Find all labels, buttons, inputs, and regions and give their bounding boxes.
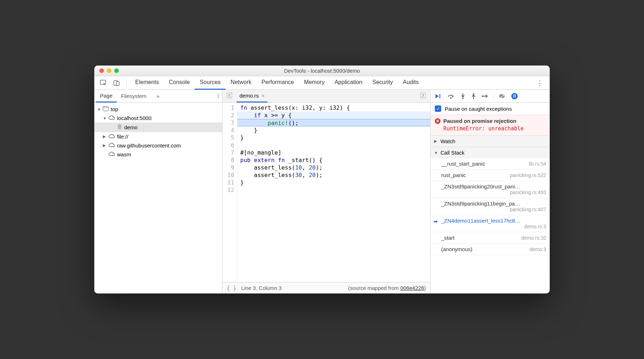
resume-button[interactable] [434,93,443,100]
cloud-icon [109,115,115,121]
stack-frame[interactable]: _startdemo.rs:10 [431,232,550,244]
code-line[interactable] [237,186,430,194]
editor-nav-forward-icon[interactable] [419,91,427,101]
svg-rect-2 [116,82,119,85]
deactivate-breakpoints-button[interactable] [498,93,506,100]
tree-host-label: localhost:5000 [117,115,152,121]
tree-wasm[interactable]: wasm [94,150,222,159]
svg-point-10 [462,98,464,99]
tree-raw-github[interactable]: raw.githubusercontent.com [94,141,222,150]
paused-title: Paused on promise rejection [443,118,516,124]
more-options-icon[interactable]: ⋮ [533,79,547,87]
pause-on-caught-label: Pause on caught exceptions [445,106,512,112]
main-tab-console[interactable]: Console [164,76,195,90]
close-tab-icon[interactable]: × [262,93,265,99]
tree-top-label: top [111,106,118,112]
code-line[interactable]: fn assert_less(x: i32, y: i32) { [237,104,430,111]
tree-file-label: file:// [117,134,128,140]
step-over-button[interactable] [447,93,455,100]
file-icon [117,124,122,131]
step-out-button[interactable] [470,92,477,100]
call-stack-list: __rust_start_paniclib.rs:54rust_panicpan… [431,158,550,255]
tree-host[interactable]: localhost:5000 [94,114,222,123]
stack-frame[interactable]: rust_panicpanicking.rs:522 [431,170,550,181]
main-tab-sources[interactable]: Sources [195,76,226,90]
pause-on-caught-row[interactable]: ✓ Pause on caught exceptions [431,103,550,115]
step-into-button[interactable] [460,92,466,100]
main-tab-security[interactable]: Security [367,76,398,90]
code-line[interactable]: } [237,179,430,186]
code-line[interactable]: assert_less(30, 20); [237,171,430,179]
step-button[interactable] [481,93,490,100]
cloud-icon [109,151,115,157]
code-line[interactable]: if x >= y { [237,111,430,119]
code-area[interactable]: 123456789101112 fn assert_less(x: i32, y… [222,103,430,282]
sidebar-more-icon[interactable]: ⋮ [216,93,221,99]
svg-point-12 [473,93,474,95]
code-line[interactable] [237,141,430,149]
sidebar-tab-filesystem[interactable]: Filesystem [117,90,151,102]
tree-file-demo[interactable]: demo [94,123,222,132]
main-tab-performance[interactable]: Performance [257,76,299,90]
cursor-position: Line 3, Column 3 [241,285,281,291]
svg-rect-6 [421,93,426,98]
code-line[interactable]: #[no_mangle] [237,149,430,156]
watch-section-header[interactable]: Watch [431,136,550,147]
code-line[interactable]: assert_less(10, 20); [237,164,430,171]
debugger-toolbar [431,90,550,103]
file-tree: top localhost:5000 demo file:// [94,103,222,293]
code-content[interactable]: fn assert_less(x: i32, y: i32) { if x >=… [237,103,430,282]
callstack-label: Call Stack [440,150,465,156]
tree-file-scheme[interactable]: file:// [94,132,222,141]
svg-point-8 [450,97,452,99]
svg-rect-7 [439,94,440,98]
code-line[interactable]: pub extern fn _start() { [237,156,430,164]
main-tab-application[interactable]: Application [329,76,367,90]
code-line[interactable]: } [237,126,430,134]
svg-rect-5 [227,93,232,98]
svg-point-14 [482,95,483,97]
svg-rect-3 [103,106,109,111]
callstack-section-header[interactable]: Call Stack [431,147,550,158]
editor-tab-label: demo.rs [239,93,259,99]
tree-demo-label: demo [124,124,138,130]
code-line[interactable]: } [237,134,430,141]
cloud-icon [109,134,115,140]
main-toolbar: ElementsConsoleSourcesNetworkPerformance… [94,76,550,90]
cloud-icon [109,142,115,149]
debugger-panel: ✓ Pause on caught exceptions ✕ Paused on… [431,90,550,293]
main-tab-network[interactable]: Network [226,76,257,90]
stack-frame[interactable]: _ZN3std9panicking11begin_pa…panicking.rs… [431,198,550,215]
stack-frame[interactable]: _ZN3std9panicking20rust_pani…panicking.r… [431,181,550,198]
inspect-element-icon[interactable] [97,78,109,88]
main-tab-memory[interactable]: Memory [299,76,329,90]
stack-frame[interactable]: __rust_start_paniclib.rs:54 [431,158,550,170]
sources-sidebar: Page Filesystem » ⋮ top localhost:5000 [94,90,222,293]
sidebar-tabs-more[interactable]: » [152,90,164,102]
titlebar: DevTools - localhost:5000/demo [94,66,550,76]
main-tab-audits[interactable]: Audits [398,76,423,90]
window-icon [103,106,109,112]
tree-raw-label: raw.githubusercontent.com [117,142,181,149]
editor-tab-demo[interactable]: demo.rs × [237,90,268,103]
window-title: DevTools - localhost:5000/demo [94,68,550,74]
pause-exceptions-button[interactable] [511,92,518,100]
main-tab-elements[interactable]: Elements [130,76,164,90]
editor-tabbar: demo.rs × [222,90,430,103]
pause-on-caught-checkbox[interactable]: ✓ [435,105,441,112]
source-mapped-label: (source mapped from 006e4226) [348,285,426,291]
code-line[interactable]: panic!(); [237,119,430,126]
sidebar-tab-page[interactable]: Page [96,90,117,103]
devtools-window: DevTools - localhost:5000/demo ElementsC… [94,66,550,293]
tree-top[interactable]: top [94,105,222,114]
stack-frame[interactable]: (anonymous)demo:3 [431,244,550,255]
watch-label: Watch [440,138,455,144]
tree-wasm-label: wasm [117,151,131,157]
device-toolbar-icon[interactable] [111,78,123,88]
pretty-print-icon[interactable]: { } [227,285,236,291]
editor-footer: { } Line 3, Column 3 (source mapped from… [222,282,430,293]
editor-nav-back-icon[interactable] [225,91,234,101]
source-map-link[interactable]: 006e4226 [400,285,424,291]
paused-banner: ✕ Paused on promise rejection RuntimeErr… [431,115,550,136]
stack-frame[interactable]: ➡_ZN4demo11assert_less17hc8…demo.rs:3 [431,215,550,232]
